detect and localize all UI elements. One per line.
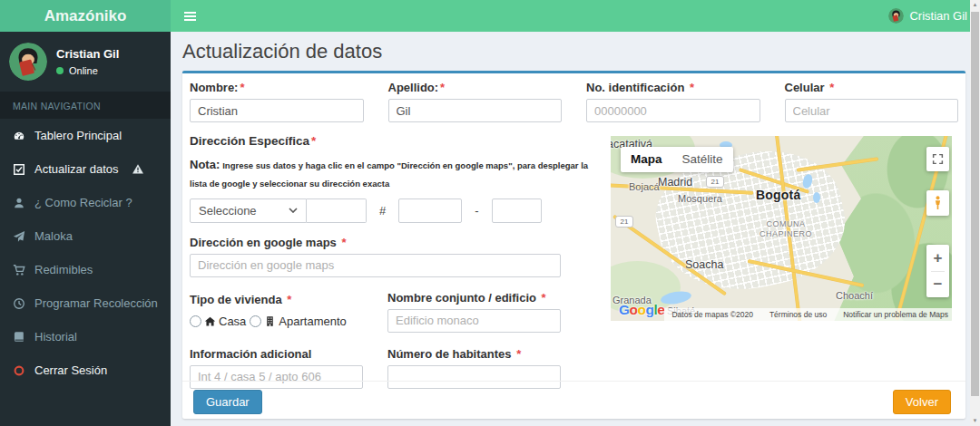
brand-text: Amazóniko bbox=[44, 7, 127, 25]
sidebar-item-actualizar-datos[interactable]: Actualizar datos bbox=[0, 152, 171, 186]
sidebar-section-header: MAIN NAVIGATION bbox=[0, 92, 171, 119]
sidebar-item-como-reciclar[interactable]: ¿ Como Reciclar ? bbox=[0, 186, 171, 219]
radio-circle bbox=[250, 315, 261, 327]
nota-text: Nota:Ingrese sus datos y haga clic en el… bbox=[190, 154, 600, 192]
header: Amazóniko Cristian Gil bbox=[0, 0, 980, 32]
fullscreen-button[interactable] bbox=[926, 147, 949, 171]
volver-button[interactable]: Volver bbox=[893, 390, 951, 414]
top-navbar: Cristian Gil bbox=[171, 0, 980, 32]
terms-link[interactable]: Términos de uso bbox=[769, 310, 827, 319]
scrollbar-thumb[interactable] bbox=[971, 12, 979, 396]
chevron-down-icon bbox=[289, 208, 298, 213]
tipo-vivienda-label: Tipo de vivienda * bbox=[190, 293, 291, 306]
celular-input[interactable] bbox=[785, 99, 959, 122]
nombre-label: Nombre:* bbox=[190, 81, 364, 94]
map-water bbox=[813, 192, 820, 203]
zoom-out-button[interactable]: − bbox=[926, 273, 949, 295]
gmaps-address-input[interactable] bbox=[190, 254, 561, 277]
shopping-cart-icon bbox=[13, 264, 25, 276]
app-window: Amazóniko Cristian Gil Cristian Gil Onli… bbox=[0, 0, 980, 426]
online-dot-icon bbox=[56, 67, 64, 74]
gmaps-address-label: Dirección en google maps * bbox=[190, 236, 598, 249]
identificacion-label: No. identificación * bbox=[586, 81, 760, 94]
user-status: Online bbox=[56, 65, 119, 76]
google-map[interactable]: acatativá Bojacá Madrid 21 Mosquera Bogo… bbox=[611, 136, 952, 321]
house-icon bbox=[204, 315, 216, 327]
sidebar-item-cerrar-sesion[interactable]: Cerrar Sesión bbox=[0, 353, 171, 387]
zoom-in-button[interactable]: + bbox=[926, 247, 949, 269]
conjunto-input[interactable] bbox=[387, 309, 561, 333]
scrollbar-down-arrow[interactable]: ▼ bbox=[970, 416, 980, 426]
user-avatar bbox=[888, 8, 904, 24]
direccion-especifica-label: Dirección Específica* bbox=[190, 134, 598, 148]
power-off-icon bbox=[13, 364, 25, 377]
map-attribution: Datos de mapas ©2020 Términos de uso Not… bbox=[664, 308, 952, 321]
nombre-input[interactable] bbox=[190, 99, 364, 122]
google-logo-link[interactable]: Google bbox=[619, 302, 664, 318]
habitantes-label: Número de habitantes * bbox=[387, 347, 561, 361]
sidebar: Cristian Gil Online MAIN NAVIGATION Tabl… bbox=[0, 32, 171, 426]
user-icon bbox=[13, 197, 25, 209]
route-shield-21: 21 bbox=[615, 216, 633, 228]
warning-triangle-icon bbox=[132, 163, 144, 175]
celular-label: Celular * bbox=[785, 81, 959, 94]
map-label-mosquera: Mosquera bbox=[678, 193, 722, 204]
map-label-madrid: Madrid bbox=[658, 176, 692, 189]
online-label: Online bbox=[69, 65, 98, 76]
map-label-soacha: Soacha bbox=[685, 258, 723, 271]
scrollbar-up-arrow[interactable]: ▲ bbox=[970, 0, 980, 10]
address-number-input-3[interactable] bbox=[492, 198, 542, 223]
identificacion-input[interactable] bbox=[586, 99, 760, 122]
zoom-control: + − bbox=[926, 245, 949, 297]
building-icon bbox=[264, 315, 276, 327]
sidebar-toggle-icon[interactable] bbox=[179, 7, 202, 25]
map-data-copyright: Datos de mapas ©2020 bbox=[671, 310, 752, 319]
brand-logo[interactable]: Amazóniko bbox=[0, 0, 171, 32]
map-type-control: Mapa Satélite bbox=[621, 147, 733, 172]
sidebar-item-redimibles[interactable]: Redimibles bbox=[0, 253, 171, 286]
clock-icon bbox=[13, 297, 25, 310]
pegman-icon bbox=[932, 195, 944, 211]
sidebar-user-name: Cristian Gil bbox=[56, 47, 119, 61]
radio-casa[interactable]: Casa bbox=[190, 315, 246, 328]
topbar-user-name: Cristian Gil bbox=[909, 9, 967, 23]
apellido-label: Apellido:* bbox=[388, 81, 563, 94]
info-adicional-label: Información adicional bbox=[190, 347, 363, 361]
topbar-user-menu[interactable]: Cristian Gil bbox=[888, 0, 967, 32]
hash-symbol: # bbox=[379, 204, 386, 218]
tachometer-icon bbox=[13, 130, 25, 142]
dash-symbol: - bbox=[475, 204, 478, 218]
sidebar-item-maloka[interactable]: Maloka bbox=[0, 219, 171, 253]
radio-apartamento[interactable]: Apartamento bbox=[250, 315, 346, 328]
route-shield-21: 21 bbox=[706, 176, 724, 188]
main-content: Actualización de datos Nombre:* Apellido… bbox=[171, 32, 970, 426]
street-view-pegman-button[interactable] bbox=[926, 190, 949, 216]
sidebar-item-tablero-principal[interactable]: Tablero Principal bbox=[0, 119, 171, 152]
conjunto-label: Nombre conjunto / edificio * bbox=[387, 291, 561, 305]
map-label-bojaca: Bojacá bbox=[629, 181, 660, 192]
guardar-button[interactable]: Guardar bbox=[193, 390, 262, 414]
sidebar-user-panel: Cristian Gil Online bbox=[0, 32, 171, 92]
page-title: Actualización de datos bbox=[182, 40, 965, 63]
map-label-comuna-chapinero: COMUNA CHAPINERO bbox=[745, 219, 827, 240]
address-number-input-2[interactable] bbox=[398, 198, 462, 223]
address-number-input-1[interactable] bbox=[307, 198, 367, 223]
book-icon bbox=[13, 331, 25, 344]
report-problem-link[interactable]: Notificar un problema de Maps bbox=[843, 310, 948, 319]
zoom-divider bbox=[931, 271, 945, 272]
form-footer: Guardar Volver bbox=[182, 381, 965, 419]
fullscreen-icon bbox=[932, 153, 944, 165]
map-label-choachi: Choachí bbox=[836, 290, 873, 301]
check-square-icon bbox=[13, 163, 25, 176]
sidebar-item-programar-recoleccion[interactable]: Programar Recolección bbox=[0, 286, 171, 320]
scrollbar: ▲ ▼ bbox=[970, 0, 980, 426]
form-box: Nombre:* Apellido:* No. identificación *… bbox=[182, 71, 965, 419]
map-label-bogota: Bogotá bbox=[756, 188, 800, 202]
address-type-select[interactable]: Seleccione bbox=[190, 198, 307, 223]
paper-plane-icon bbox=[13, 230, 25, 243]
map-type-mapa-button[interactable]: Mapa bbox=[621, 147, 672, 172]
sidebar-item-historial[interactable]: Historial bbox=[0, 320, 171, 353]
user-avatar bbox=[9, 43, 47, 81]
apellido-input[interactable] bbox=[388, 99, 563, 122]
map-type-satelite-button[interactable]: Satélite bbox=[672, 147, 733, 172]
